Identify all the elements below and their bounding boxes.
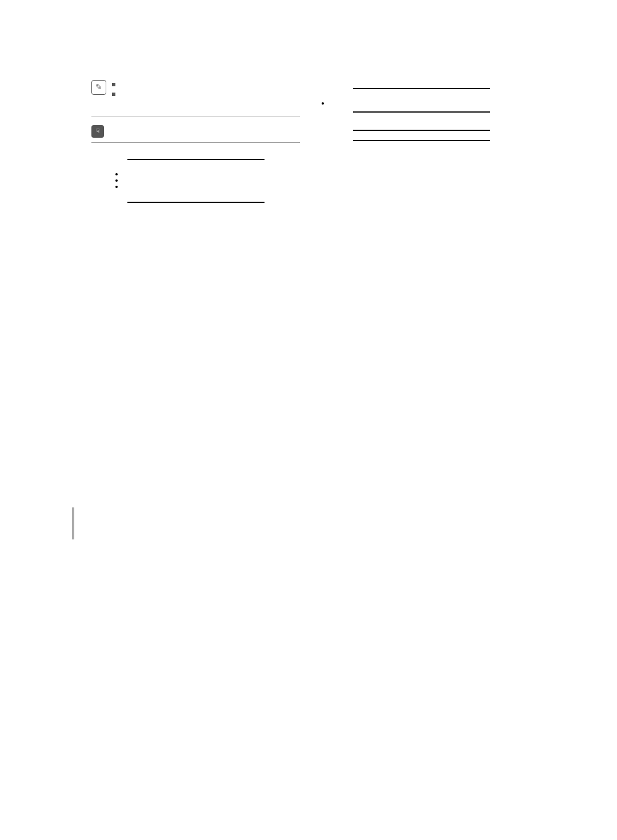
note-icon: ✎ — [91, 80, 106, 95]
step-2 — [91, 194, 300, 195]
bullet-icon — [112, 83, 115, 86]
step-4 — [317, 122, 526, 123]
bullet-icon — [322, 102, 324, 105]
divider — [91, 142, 300, 143]
screenshot-after-delete — [353, 140, 490, 141]
divider — [91, 117, 300, 117]
step-1 — [91, 151, 300, 152]
bullet-icon — [115, 179, 118, 182]
step-3 — [317, 80, 526, 81]
screenshot-delete-highlight — [353, 88, 490, 89]
bullet-icon — [115, 173, 118, 175]
screenshot-edit-playlist-1 — [127, 159, 265, 160]
screenshot-confirm-delete — [353, 111, 490, 113]
bullet-icon — [112, 93, 115, 96]
hand-icon: ☟ — [91, 125, 104, 138]
bullet-icon — [115, 186, 118, 188]
screenshot-edit-playlist-2 — [127, 202, 265, 203]
note-block: ✎ — [91, 80, 300, 99]
screenshot-deleting — [353, 130, 490, 131]
side-tab-editing — [72, 507, 74, 539]
